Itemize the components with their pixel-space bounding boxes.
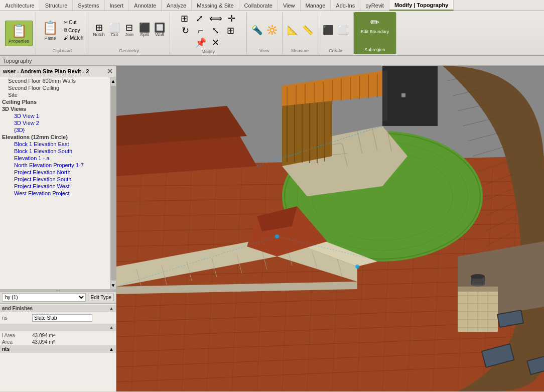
edit-type-button[interactable]: Edit Type	[88, 294, 114, 301]
modify-label: Modify	[202, 48, 215, 54]
measure-icon1: 📐	[287, 26, 298, 35]
tab-annotate[interactable]: Annotate	[129, 0, 162, 11]
create-btn2[interactable]: ⬜	[336, 25, 350, 36]
tab-view[interactable]: View	[278, 0, 301, 11]
scale-button[interactable]: ⤡	[209, 25, 223, 36]
tree-3d-default[interactable]: {3D}	[0, 126, 110, 134]
svg-point-118	[275, 234, 279, 238]
pin-icon: 📌	[195, 38, 206, 47]
cut-geom-button[interactable]: ⬜ Cut	[107, 22, 121, 38]
project-browser-close[interactable]: ✕	[107, 67, 113, 75]
area-expand[interactable]: ▲	[109, 325, 114, 330]
tab-systems[interactable]: Systems	[73, 0, 104, 11]
tab-structure[interactable]: Structure	[40, 0, 73, 11]
tab-addins[interactable]: Add-Ins	[331, 0, 360, 11]
tree-ceiling-plans[interactable]: Ceiling Plans	[0, 98, 110, 105]
id-data-expand[interactable]: ▲	[109, 346, 114, 352]
scroll-thumb[interactable]	[111, 86, 116, 281]
measure-btn1[interactable]: 📐	[286, 25, 300, 36]
section-expand[interactable]: ▲	[109, 306, 114, 311]
geometry-buttons: ⊞ Notch ⬜ Cut ⊟ Join ⬛ Split 🔲 Wall	[91, 13, 167, 47]
tree-elevation1a[interactable]: Elevation 1 - a	[0, 155, 110, 162]
edit-boundary-button[interactable]: ✏ Edit Boundary	[358, 14, 392, 36]
tree-second-floor-ceiling[interactable]: Second Floor Ceiling	[0, 84, 110, 91]
tree-block1-east[interactable]: Block 1 Elevation East	[0, 141, 110, 148]
create-icon2: ⬜	[338, 26, 349, 35]
tree-site[interactable]: Site	[0, 91, 110, 98]
tree-proj-elev-west[interactable]: Project Elevation West	[0, 183, 110, 190]
svg-marker-76	[382, 66, 438, 126]
scroll-down[interactable]: ▼	[110, 282, 116, 289]
create-btn1[interactable]: ⬛	[321, 25, 335, 36]
area-label-2: Area	[2, 339, 32, 345]
tree-north-elevation[interactable]: North Elevation Property 1-7	[0, 162, 110, 169]
trim-button[interactable]: ⌐	[194, 25, 208, 36]
align-button[interactable]: ⊞	[178, 13, 192, 24]
measure-buttons: 📐 📏	[286, 13, 315, 47]
properties-button[interactable]: 📋 Properties	[5, 21, 33, 46]
tab-manage[interactable]: Manage	[301, 0, 331, 11]
left-panel: wser - Andrem Site Plan Revit - 2 ✕ Seco…	[0, 66, 116, 391]
tab-insert[interactable]: Insert	[105, 0, 129, 11]
rotate-button[interactable]: ↻	[179, 25, 193, 36]
scroll-up[interactable]: ▲	[110, 77, 116, 85]
copy-button[interactable]: ⧉ Copy	[62, 27, 85, 34]
tree-scrollbar[interactable]: ▲ ▼	[110, 77, 116, 289]
tree-elevations[interactable]: Elevations (12mm Circle)	[0, 134, 110, 141]
tree-3d-view-2[interactable]: 3D View 2	[0, 119, 110, 126]
move-icon: ✛	[228, 14, 235, 23]
tree-scroll-area: Second Floor 600mm Walls Second Floor Ce…	[0, 77, 116, 289]
tree-second-floor-walls[interactable]: Second Floor 600mm Walls	[0, 77, 110, 84]
canvas-area[interactable]	[116, 66, 544, 391]
ribbon-group-subregion: ✏ Edit Boundary Subregion	[354, 12, 397, 54]
view-btn1[interactable]: 🔦	[250, 25, 264, 36]
ribbon-content: 📋 Properties 📋 Paste ✂ Cut ⧉	[0, 11, 544, 55]
tab-modify-topography[interactable]: Modify | Topography	[389, 0, 454, 11]
material-field-input[interactable]	[32, 314, 92, 322]
cut-button[interactable]: ✂ Cut	[62, 19, 85, 26]
move-button[interactable]: ✛	[225, 13, 239, 24]
notch-button[interactable]: ⊞ Notch	[91, 22, 106, 38]
tab-collaborate[interactable]: Collaborate	[239, 0, 278, 11]
materials-label: and Finishes	[2, 306, 33, 311]
type-selector-dropdown[interactable]: hy (1)	[2, 293, 86, 302]
measure-btn2[interactable]: 📏	[301, 25, 315, 36]
subregion-label: Subregion	[365, 46, 385, 52]
main-area: wser - Andrem Site Plan Revit - 2 ✕ Seco…	[0, 66, 544, 391]
join-button[interactable]: ⊟ Join	[122, 22, 137, 38]
tab-analyze[interactable]: Analyze	[162, 0, 192, 11]
tree-block1-south[interactable]: Block 1 Elevation South	[0, 148, 110, 155]
properties-panel: hy (1) Edit Type and Finishes ▲ ns ▲ l A…	[0, 291, 116, 391]
wall-button[interactable]: 🔲 Wall	[153, 22, 167, 38]
view-btn2[interactable]: 🔆	[265, 25, 279, 36]
create-icon1: ⬛	[323, 26, 334, 35]
tree-proj-elev-north[interactable]: Project Elevation North	[0, 169, 110, 176]
split-button[interactable]: ⬛ Split	[138, 22, 152, 38]
delete-button[interactable]: ✕	[209, 37, 223, 48]
tab-pyrevit[interactable]: pyRevit	[360, 0, 389, 11]
tab-architecture[interactable]: Architecture	[0, 0, 40, 11]
tab-massing[interactable]: Massing & Site	[192, 0, 239, 11]
view-label: View	[259, 47, 269, 53]
area-value-2: 43.094 m²	[32, 339, 55, 345]
view-icon2: 🔆	[266, 26, 278, 35]
area-section: ▲	[0, 324, 116, 331]
3d-scene-svg	[116, 66, 544, 391]
svg-rect-97	[458, 287, 498, 292]
cut-geom-icon: ⬜	[109, 23, 120, 32]
tree-3d-views[interactable]: 3D Views	[0, 105, 110, 112]
tree-3d-view-1[interactable]: 3D View 1	[0, 112, 110, 119]
properties-buttons: 📋 Properties	[5, 13, 33, 53]
context-bar: Topography	[0, 56, 544, 66]
paste-button[interactable]: 📋 Paste	[39, 18, 61, 43]
svg-rect-78	[401, 93, 405, 97]
mirror-button[interactable]: ⟺	[208, 13, 224, 24]
offset-button[interactable]: ⤢	[193, 13, 207, 24]
ribbon-group-create: ⬛ ⬜ Create	[318, 12, 354, 54]
svg-point-119	[355, 265, 359, 269]
tree-proj-elev-south[interactable]: Project Elevation South	[0, 176, 110, 183]
tree-west-elev[interactable]: West Elevation Project	[0, 190, 110, 197]
match-props-button[interactable]: 🖌 Match	[62, 35, 85, 41]
pin-button[interactable]: 📌	[194, 37, 208, 48]
array-button[interactable]: ⊞	[224, 25, 238, 36]
